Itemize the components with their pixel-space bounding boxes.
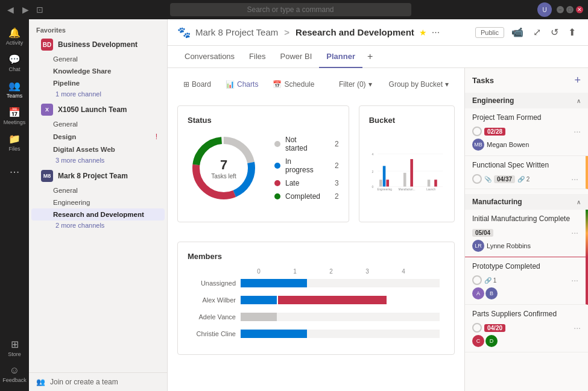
task-pc-ellipsis[interactable]: ··· — [571, 275, 578, 285]
design-alert-icon: ! — [156, 133, 157, 141]
channel-star-icon[interactable]: ★ — [419, 28, 427, 37]
view-schedule-button[interactable]: 📅 Schedule — [267, 78, 320, 91]
channel-mark8-general[interactable]: General — [31, 184, 165, 196]
view-board-button[interactable]: ⊞ Board — [177, 78, 217, 91]
channel-ellipsis-icon[interactable]: ··· — [432, 27, 440, 38]
title-bar-right: U − □ ✕ — [537, 2, 583, 17]
members-chart: Members 0 1 2 3 4 Unassigned — [177, 242, 455, 355]
join-or-create[interactable]: 👥 Join or create a team — [29, 372, 167, 391]
share-button[interactable]: ⬆ — [566, 24, 578, 40]
task-pc-attach-icon: 🔗 1 — [484, 277, 496, 284]
title-bar: ◀ ▶ ⊡ U − □ ✕ — [0, 0, 588, 19]
activity-label: Activity — [6, 40, 24, 46]
team-x1050[interactable]: X X1050 Launch Team ··· — [31, 101, 165, 118]
task-fs-ellipsis[interactable]: ··· — [571, 174, 578, 184]
svg-rect-17 — [410, 159, 413, 187]
title-bar-nav[interactable]: ◀ ▶ — [5, 4, 31, 16]
task-ptf-progress[interactable] — [472, 127, 482, 136]
groupby-chevron-icon: ▾ — [445, 80, 449, 89]
tab-planner[interactable]: Planner — [319, 46, 362, 68]
board-label: Board — [192, 80, 211, 89]
channel-x1050-design[interactable]: Design ! — [31, 130, 165, 143]
task-project-team-formed[interactable]: Project Team Formed 02/28 ··· MB Megan B… — [465, 108, 588, 156]
status-chart: Status — [177, 105, 349, 222]
channel-bd-general[interactable]: General — [31, 53, 165, 65]
view-charts-button[interactable]: 📊 Charts — [220, 78, 264, 91]
late-label: Late — [285, 179, 299, 187]
svg-rect-11 — [379, 180, 382, 186]
tab-powerbi[interactable]: Power BI — [273, 46, 320, 68]
channel-x1050-digitalassets-label: Digital Assets Web — [36, 146, 115, 153]
task-ptf-ellipsis[interactable]: ··· — [574, 127, 581, 136]
filter-button[interactable]: Filter (0) ▾ — [333, 78, 378, 91]
team-bd[interactable]: BD Business Development ··· — [31, 36, 165, 53]
tab-add[interactable]: + — [362, 46, 378, 67]
channel-x1050-general[interactable]: General — [31, 118, 165, 130]
engineering-bucket: Engineering ∧ Project Team Formed 02/28 — [465, 93, 588, 189]
task-prototype[interactable]: Prototype Completed 🔗 1 ··· A B — [465, 257, 588, 305]
sidebar-item-files[interactable]: 📁 Files — [2, 130, 27, 154]
search-input[interactable] — [170, 3, 411, 16]
user-avatar[interactable]: U — [537, 2, 552, 17]
task-psc-progress[interactable] — [472, 323, 482, 333]
svg-text:0: 0 — [371, 185, 373, 189]
member-row-adele: Adele Vance — [192, 311, 440, 323]
team-channel-icon: 🐾 — [177, 26, 191, 39]
sidebar-item-meetings[interactable]: 📅 Meetings — [2, 104, 27, 128]
team-mark8[interactable]: M8 Mark 8 Project Team ··· — [31, 167, 165, 184]
manufacturing-bucket-name: Manufacturing — [472, 198, 522, 206]
sidebar-item-store[interactable]: ⊞ Store — [2, 336, 27, 360]
unassigned-label: Unassigned — [192, 280, 241, 287]
popout-button[interactable]: ⤢ — [531, 24, 543, 40]
svg-text:Engineering: Engineering — [377, 188, 392, 191]
files-icon: 📁 — [8, 133, 21, 145]
tab-files[interactable]: Files — [242, 46, 273, 68]
bucket-chart: Bucket 4 2 0 — [359, 105, 455, 222]
task-psc-ellipsis[interactable]: ··· — [574, 323, 581, 333]
close-button[interactable]: ✕ — [576, 6, 583, 13]
sidebar-item-activity[interactable]: 🔔 Activity — [2, 24, 27, 48]
maximize-button[interactable]: □ — [566, 6, 574, 13]
task-imc-ellipsis[interactable]: ··· — [571, 228, 578, 237]
sidebar-item-chat[interactable]: 💬 Chat — [2, 51, 27, 75]
team-bd-name: Business Development — [58, 40, 138, 49]
svg-text:Manufacturi...: Manufacturi... — [399, 188, 416, 191]
team-bd-icon: BD — [41, 39, 53, 51]
channel-x1050-digitalassets[interactable]: Digital Assets Web — [31, 143, 165, 155]
forward-button[interactable]: ▶ — [20, 4, 31, 16]
back-button[interactable]: ◀ — [5, 4, 16, 16]
team-name-breadcrumb[interactable]: Mark 8 Project Team — [195, 27, 278, 37]
engineering-chevron-icon: ∧ — [577, 98, 581, 104]
task-fs-title: Functional Spec Written — [472, 161, 549, 169]
svg-rect-21 — [434, 180, 437, 186]
task-parts-suppliers[interactable]: Parts Suppliers Confirmed 04/20 ··· C D — [465, 305, 588, 352]
meet-button[interactable]: 📹 — [509, 24, 526, 40]
task-pc-progress[interactable] — [472, 275, 482, 285]
team-mark8-icon: M8 — [41, 170, 53, 182]
task-fs-progress[interactable] — [472, 174, 482, 184]
tasks-add-button[interactable]: + — [574, 74, 581, 87]
groupby-button[interactable]: Group by Bucket ▾ — [383, 78, 455, 91]
window-icon: ⊡ — [36, 5, 43, 14]
minimize-button[interactable]: − — [557, 6, 564, 13]
task-functional-spec[interactable]: Functional Spec Written 📎 04/37 🔗 2 ··· — [465, 156, 588, 189]
files-label: Files — [8, 146, 20, 152]
planner-toolbar: ⊞ Board 📊 Charts 📅 Schedule — [177, 78, 455, 91]
sidebar-item-more[interactable]: ··· — [2, 159, 27, 183]
sidebar-item-feedback[interactable]: ☺ Feedback — [2, 362, 27, 386]
x1050-more-channels[interactable]: 3 more channels — [29, 155, 167, 165]
task-initial-mfg[interactable]: Initial Manufacturing Complete 05/04 ···… — [465, 210, 588, 257]
manufacturing-bucket-header[interactable]: Manufacturing ∧ — [465, 194, 588, 210]
tab-conversations[interactable]: Conversations — [177, 46, 242, 68]
channel-mark8-engineering[interactable]: Engineering — [31, 196, 165, 208]
mark8-more-channels[interactable]: 2 more channels — [29, 221, 167, 230]
channel-mark8-rd[interactable]: Research and Development — [31, 208, 165, 221]
engineering-bucket-header[interactable]: Engineering ∧ — [465, 93, 588, 108]
channel-bd-pipeline[interactable]: Pipeline — [31, 77, 165, 89]
bd-more-channels[interactable]: 1 more channel — [29, 89, 167, 99]
in-progress-value: 2 — [325, 161, 339, 170]
refresh-button[interactable]: ↺ — [548, 24, 561, 40]
channel-bd-knowledge[interactable]: Knowledge Share — [31, 65, 165, 77]
not-started-label: Not started — [285, 136, 320, 152]
sidebar-item-teams[interactable]: 👥 Teams — [2, 77, 27, 101]
